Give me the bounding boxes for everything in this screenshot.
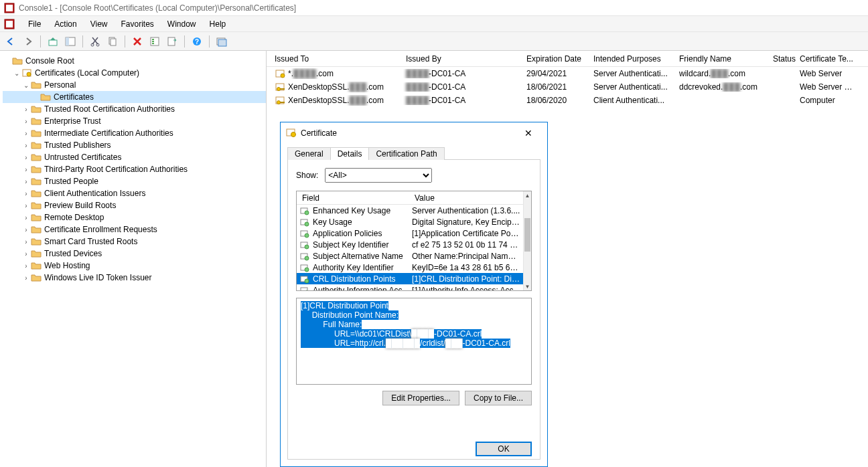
mmc-menu-icon — [4, 19, 15, 29]
expander-icon[interactable]: › — [21, 118, 31, 125]
menu-help[interactable]: Help — [203, 18, 233, 30]
col-header-purpose[interactable]: Intended Purposes — [588, 54, 674, 64]
expander-icon[interactable]: ⌄ — [21, 82, 31, 89]
tree-pane[interactable]: Console Root ⌄ Certificates (Local Compu… — [0, 51, 267, 467]
tree-folder-label[interactable]: Web Hosting — [44, 261, 90, 270]
properties-button[interactable] — [147, 34, 163, 49]
field-row[interactable]: Key UsageDigital Signature, Key Encipher… — [297, 216, 523, 227]
field-row[interactable]: Subject Key Identifiercf e2 75 13 52 01 … — [297, 239, 523, 250]
tree-folder-label[interactable]: Trusted Devices — [44, 249, 102, 258]
fields-listview[interactable]: Field Value Enhanced Key UsageServer Aut… — [296, 191, 532, 291]
certificate-row[interactable]: XenDesktopSSL.███.com████-DC01-CA18/06/2… — [267, 80, 868, 94]
expander-icon[interactable]: › — [21, 190, 31, 197]
col-header-expiration[interactable]: Expiration Date — [521, 54, 588, 64]
menu-window[interactable]: Window — [161, 18, 203, 30]
menu-view[interactable]: View — [84, 18, 115, 30]
forward-button[interactable] — [20, 34, 36, 49]
tree-folder-label[interactable]: Trusted Root Certification Authorities — [44, 104, 175, 114]
copy-button[interactable] — [104, 34, 121, 49]
close-button[interactable]: ✕ — [515, 124, 542, 143]
scroll-up-icon[interactable]: ▲ — [524, 191, 531, 199]
expander-icon[interactable]: › — [21, 238, 31, 246]
tree-folder-label[interactable]: Preview Build Roots — [44, 201, 116, 210]
field-row[interactable]: Enhanced Key UsageServer Authentication … — [297, 205, 523, 216]
scroll-thumb[interactable] — [524, 218, 530, 252]
tree-folder-label[interactable]: Windows Live ID Token Issuer — [44, 273, 152, 282]
field-detail-textbox[interactable]: [1]CRL Distribution Point Distribution P… — [296, 298, 532, 385]
menu-favorites[interactable]: Favorites — [115, 18, 161, 30]
field-row[interactable]: Application Policies[1]Application Certi… — [297, 227, 523, 239]
col-header-issued-by[interactable]: Issued By — [401, 54, 521, 64]
field-row[interactable]: Authority Key IdentifierKeyID=6e 1a 43 2… — [297, 262, 523, 273]
col-header-template[interactable]: Certificate Te... — [794, 54, 861, 64]
svg-rect-4 — [49, 40, 57, 45]
tree-folder-label[interactable]: Enterprise Trust — [44, 116, 101, 126]
cut-button[interactable] — [87, 34, 103, 49]
tab-certification-path[interactable]: Certification Path — [368, 147, 444, 160]
field-row[interactable]: CRL Distribution Points[1]CRL Distributi… — [297, 273, 523, 284]
tree-personal[interactable]: Personal — [44, 80, 76, 90]
expander-icon[interactable]: › — [21, 106, 31, 113]
expander-icon[interactable]: › — [21, 202, 31, 209]
col-header-status[interactable]: Status — [768, 54, 794, 64]
tree-folder-label[interactable]: Untrusted Certificates — [44, 153, 121, 162]
tree-folder-label[interactable]: Trusted Publishers — [44, 141, 111, 150]
fields-col-value[interactable]: Value — [409, 193, 531, 203]
expander-icon[interactable]: › — [21, 130, 31, 137]
tree-folder-label[interactable]: Remote Desktop — [44, 213, 104, 222]
extension-icon — [299, 205, 310, 216]
expander-icon[interactable]: › — [21, 154, 31, 161]
tree-folder-label[interactable]: Third-Party Root Certification Authoriti… — [44, 165, 188, 174]
expander-icon[interactable]: › — [21, 214, 31, 221]
col-header-issued-to[interactable]: Issued To — [267, 54, 401, 64]
toolbar: ? — [0, 32, 868, 51]
expander-icon[interactable]: ⌄ — [12, 70, 21, 77]
details-tab-content: Show: <All> Field Value Enhanced Key Usa… — [287, 160, 540, 460]
show-select[interactable]: <All> — [325, 168, 432, 183]
folder-icon — [31, 188, 42, 199]
field-row[interactable]: Subject Alternative NameOther Name:Princ… — [297, 250, 523, 262]
back-button[interactable] — [3, 34, 19, 49]
help-button[interactable]: ? — [189, 34, 205, 49]
new-window-button[interactable] — [214, 34, 230, 49]
field-row[interactable]: Authority Information Access[1]Authority… — [297, 284, 523, 290]
window-title-bar: Console1 - [Console Root\Certificates (L… — [0, 0, 868, 16]
expander-icon[interactable]: › — [21, 226, 31, 234]
certificate-row[interactable]: XenDesktopSSL.███.com████-DC01-CA18/06/2… — [267, 94, 868, 107]
tree-folder-label[interactable]: Certificate Enrollment Requests — [44, 225, 157, 234]
tree-certificates[interactable]: Certificates — [54, 92, 94, 102]
menu-file[interactable]: File — [21, 18, 48, 30]
fields-col-field[interactable]: Field — [297, 193, 409, 203]
show-hide-tree-button[interactable] — [62, 34, 78, 49]
export-list-button[interactable] — [164, 34, 180, 49]
expander-icon[interactable]: › — [21, 250, 31, 258]
certificate-row[interactable]: *.████.com████-DC01-CA29/04/2021Server A… — [267, 67, 868, 80]
scroll-down-icon[interactable]: ▼ — [524, 282, 531, 290]
tree-root[interactable]: Console Root — [25, 56, 74, 66]
tab-details[interactable]: Details — [330, 147, 370, 160]
up-button[interactable] — [45, 34, 61, 49]
expander-icon[interactable]: › — [21, 262, 31, 270]
tab-strip: General Details Certification Path — [287, 145, 540, 160]
svg-point-23 — [281, 74, 285, 78]
edit-properties-button[interactable]: Edit Properties... — [382, 391, 459, 405]
tree-folder-label[interactable]: Smart Card Trusted Roots — [44, 237, 137, 246]
tree-folder-label[interactable]: Trusted People — [44, 177, 98, 186]
expander-icon[interactable]: › — [21, 274, 31, 282]
expander-icon[interactable]: › — [21, 142, 31, 149]
copy-to-file-button[interactable]: Copy to File... — [465, 391, 532, 405]
expander-icon[interactable]: › — [21, 166, 31, 173]
dialog-title-bar[interactable]: Certificate ✕ — [281, 122, 547, 144]
tree-folder-label[interactable]: Intermediate Certification Authorities — [44, 128, 173, 138]
tree-folder-label[interactable]: Client Authentication Issuers — [44, 189, 145, 198]
folder-icon — [31, 164, 42, 175]
expander-icon[interactable]: › — [21, 178, 31, 185]
col-header-friendly[interactable]: Friendly Name — [674, 54, 768, 64]
tree-certificates-local[interactable]: Certificates (Local Computer) — [35, 68, 139, 78]
delete-button[interactable] — [129, 34, 145, 49]
menu-action[interactable]: Action — [48, 18, 83, 30]
ok-button[interactable]: OK — [476, 442, 532, 456]
menu-bar: File Action View Favorites Window Help — [0, 16, 868, 32]
tab-general[interactable]: General — [287, 147, 331, 160]
fields-scrollbar[interactable]: ▲ ▼ — [523, 191, 531, 290]
